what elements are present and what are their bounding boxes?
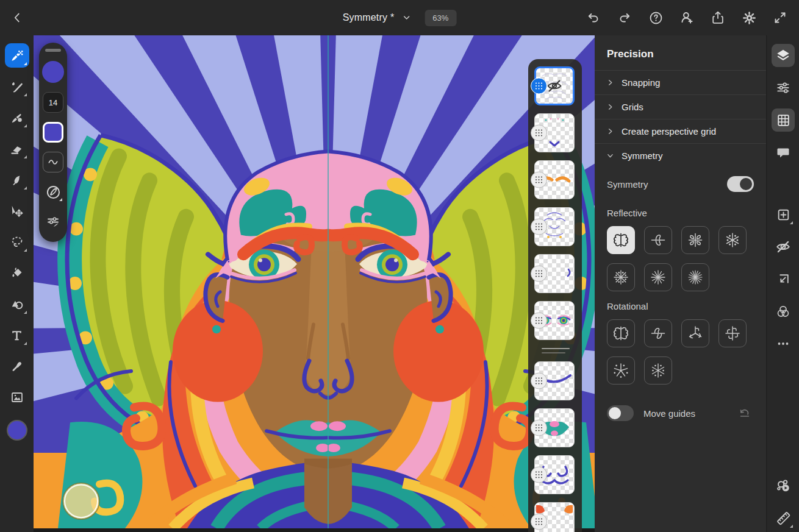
tool-place-image[interactable] (5, 385, 29, 410)
layer-1-select-badge[interactable] (531, 78, 547, 94)
layer-4-select-badge[interactable] (531, 219, 547, 235)
rotational-2h-button[interactable] (644, 319, 672, 347)
ruler-button[interactable] (772, 506, 795, 530)
reflective-vertical-button[interactable] (607, 226, 635, 254)
brush-settings-button[interactable] (43, 211, 63, 232)
rotational-label: Rotational (607, 301, 754, 311)
reflective-2axis-button[interactable] (681, 226, 709, 254)
tool-shape[interactable] (5, 292, 29, 316)
smoothing-button[interactable] (43, 152, 63, 172)
settings-button[interactable] (737, 6, 761, 29)
reflective-12-button[interactable] (644, 263, 672, 291)
tool-smudge[interactable] (5, 168, 29, 192)
undo-button[interactable] (582, 6, 605, 29)
layer-9-select-badge[interactable] (531, 467, 547, 483)
rotational-4-icon (724, 325, 741, 342)
section-grids[interactable]: Grids (595, 94, 766, 119)
layer-thumbnail-9[interactable] (534, 455, 575, 494)
move-guides-toggle[interactable] (607, 405, 634, 421)
section-snapping[interactable]: Snapping (595, 70, 766, 94)
reflective-2axis-icon (687, 232, 704, 249)
section-symmetry[interactable]: Symmetry (595, 143, 766, 168)
tool-fill[interactable] (5, 261, 29, 285)
section-label: Snapping (622, 77, 660, 88)
layer-10-select-badge[interactable] (531, 514, 547, 530)
layer-5-select-badge[interactable] (531, 266, 547, 282)
layer-thumbnail-3[interactable] (534, 160, 575, 199)
tool-live-brush[interactable] (5, 74, 29, 99)
comments-panel-button[interactable] (772, 141, 795, 164)
reflective-6-button[interactable] (718, 226, 747, 254)
blend-mode-button[interactable] (772, 300, 795, 323)
redo-button[interactable] (613, 6, 636, 29)
tool-vector-brush[interactable] (5, 105, 29, 130)
reflective-8-button[interactable] (607, 263, 635, 291)
properties-panel-button[interactable] (772, 76, 795, 99)
drag-handle[interactable] (45, 49, 61, 52)
add-account-icon (679, 10, 695, 26)
rotational-5-button[interactable] (607, 356, 635, 385)
layer-thumbnail-8[interactable] (534, 408, 575, 447)
brush-preview[interactable] (42, 61, 64, 83)
chevron-right-icon (607, 79, 614, 86)
layer-thumbnail-5[interactable] (534, 254, 575, 293)
layers-strip (528, 59, 582, 532)
tool-eyedropper[interactable] (5, 354, 29, 378)
layer-8-select-badge[interactable] (531, 420, 547, 436)
layer-2-select-badge[interactable] (531, 125, 547, 141)
rotational-4-button[interactable] (718, 319, 747, 347)
canvas[interactable] (34, 35, 595, 532)
layer-thumbnail-7[interactable] (534, 361, 575, 400)
chevron-down-icon (401, 13, 411, 23)
active-color-swatch[interactable] (7, 420, 27, 441)
section-label: Symmetry (622, 151, 663, 161)
share-button[interactable] (706, 6, 729, 29)
reflective-16-button[interactable] (681, 263, 709, 291)
layer-thumbnail-4[interactable] (534, 207, 575, 246)
redo-icon (617, 10, 632, 25)
layer-thumbnail-2[interactable] (534, 113, 575, 152)
tool-pixel-brush[interactable] (5, 43, 29, 68)
ellipsis-icon (776, 336, 790, 351)
zoom-level-badge[interactable]: 63% (425, 10, 456, 26)
brush-color-swatch[interactable] (43, 122, 63, 143)
more-options-button[interactable] (772, 332, 795, 355)
layer-transform-button[interactable] (772, 268, 795, 291)
hide-layer-button[interactable] (772, 235, 795, 258)
fullscreen-button[interactable] (769, 6, 792, 29)
layer-3-select-badge[interactable] (531, 172, 547, 188)
back-button[interactable] (5, 5, 29, 30)
title-menu-button[interactable] (401, 13, 411, 23)
rotational-3-icon (687, 325, 704, 342)
layer-thumbnail-1[interactable] (534, 66, 575, 105)
layer-thumbnail-10[interactable] (534, 502, 575, 532)
rotational-2h-icon (650, 325, 667, 342)
add-account-button[interactable] (675, 6, 698, 29)
reset-guides-button[interactable] (738, 406, 751, 420)
tool-lasso[interactable] (5, 230, 29, 254)
reflective-horizontal-button[interactable] (644, 226, 672, 254)
tool-type[interactable] (5, 323, 29, 347)
reflective-horizontal-icon (650, 232, 667, 249)
brush-size-value[interactable]: 14 (43, 92, 63, 113)
rotational-3-button[interactable] (681, 319, 709, 347)
motion-button[interactable] (772, 474, 795, 497)
move-guides-label: Move guides (643, 408, 738, 419)
paint-bucket-icon (10, 266, 24, 280)
rotational-2-button[interactable] (607, 319, 635, 347)
help-button[interactable] (644, 6, 667, 29)
tool-move[interactable] (5, 199, 29, 223)
symmetry-toggle[interactable] (727, 176, 754, 192)
layer-6-select-badge[interactable] (531, 313, 547, 329)
reflective-8-icon (612, 269, 629, 286)
stabilizer-button[interactable] (43, 182, 63, 202)
add-layer-button[interactable] (772, 203, 795, 226)
precision-panel-button[interactable] (772, 108, 795, 132)
layers-icon (775, 48, 791, 63)
layer-7-select-badge[interactable] (531, 373, 547, 389)
section-create-perspective-grid[interactable]: Create perspective grid (595, 119, 766, 143)
layer-thumbnail-6[interactable] (534, 301, 575, 340)
layers-panel-button[interactable] (772, 44, 795, 67)
tool-eraser[interactable] (5, 137, 29, 161)
rotational-6-button[interactable] (644, 356, 672, 385)
